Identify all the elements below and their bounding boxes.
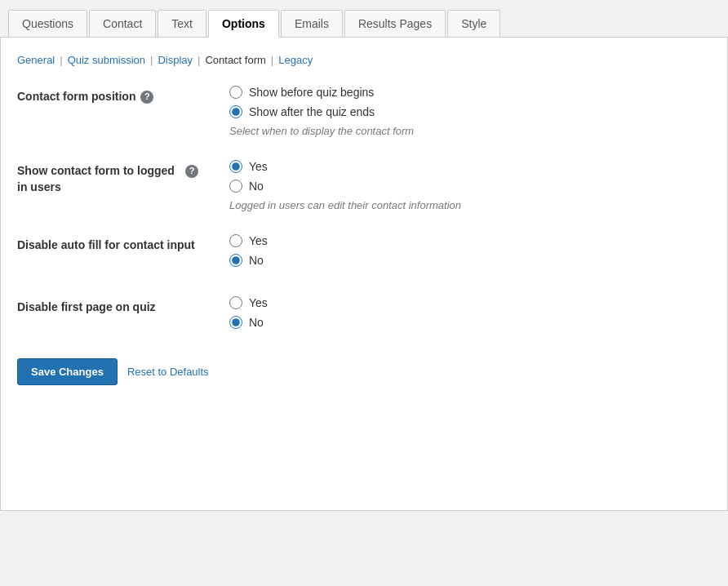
radio-autofill-yes-label: Yes [249,234,268,247]
tab-results-pages[interactable]: Results Pages [344,10,446,37]
button-row: Save Changes Reset to Defaults [17,358,711,385]
radio-show-after-label: Show after the quiz ends [249,105,375,118]
subnav-sep-2: | [150,54,153,66]
tabs-bar: Questions Contact Text Options Emails Re… [0,0,728,38]
radio-show-before-input[interactable] [229,86,242,99]
radio-logged-yes-input[interactable] [229,160,242,173]
radio-show-before-label: Show before quiz begins [249,86,374,99]
radio-firstpage-yes[interactable]: Yes [229,296,711,309]
controls-disable-auto-fill: Yes No [229,234,711,273]
subnav-sep-3: | [198,54,200,66]
radio-show-before[interactable]: Show before quiz begins [229,86,711,99]
content-area: General | Quiz submission | Display | Co… [0,38,728,511]
tab-emails[interactable]: Emails [281,10,343,37]
label-disable-auto-fill: Disable auto fill for contact input [17,234,229,254]
subnav-sep-4: | [271,54,273,66]
hint-logged-in: Logged in users can edit their contact i… [229,199,711,211]
radio-autofill-no-input[interactable] [229,254,242,267]
subnav-legacy[interactable]: Legacy [278,54,313,66]
radio-autofill-yes[interactable]: Yes [229,234,711,247]
radio-logged-yes[interactable]: Yes [229,160,711,173]
radio-logged-no-input[interactable] [229,180,242,193]
radio-firstpage-no-label: No [249,316,264,329]
subnav-quiz-submission[interactable]: Quiz submission [68,54,145,66]
subnav-general[interactable]: General [17,54,55,66]
radio-firstpage-no-input[interactable] [229,316,242,329]
subnav-sep-1: | [60,54,62,66]
label-contact-form-position: Contact form position ? [17,86,229,105]
radio-autofill-yes-input[interactable] [229,234,242,247]
controls-show-contact-logged-in: Yes No Logged in users can edit their co… [229,160,711,211]
radio-show-after[interactable]: Show after the quiz ends [229,105,711,118]
tab-text[interactable]: Text [158,10,206,37]
tab-questions[interactable]: Questions [8,10,87,37]
subnav-contact-form[interactable]: Contact form [205,54,265,66]
reset-button[interactable]: Reset to Defaults [127,366,209,378]
label-show-contact-logged-in: Show contact form to logged in users ? [17,160,229,195]
radio-logged-no[interactable]: No [229,180,711,193]
tab-contact[interactable]: Contact [89,10,156,37]
radio-firstpage-yes-label: Yes [249,296,268,309]
tab-style[interactable]: Style [447,10,500,37]
controls-disable-first-page: Yes No [229,296,711,335]
section-contact-form-position: Contact form position ? Show before quiz… [17,86,711,137]
radio-autofill-no-label: No [249,254,264,267]
help-icon-contact-form-position[interactable]: ? [140,91,153,104]
sub-nav: General | Quiz submission | Display | Co… [17,54,711,66]
label-disable-first-page: Disable first page on quiz [17,296,229,316]
help-icon-logged-in[interactable]: ? [185,165,198,178]
section-disable-auto-fill: Disable auto fill for contact input Yes … [17,234,711,273]
hint-contact-form-position: Select when to display the contact form [229,125,711,137]
tab-options[interactable]: Options [208,10,279,38]
section-show-contact-logged-in: Show contact form to logged in users ? Y… [17,160,711,211]
radio-show-after-input[interactable] [229,105,242,118]
radio-autofill-no[interactable]: No [229,254,711,267]
radio-logged-yes-label: Yes [249,160,268,173]
save-button[interactable]: Save Changes [17,358,118,385]
controls-contact-form-position: Show before quiz begins Show after the q… [229,86,711,137]
radio-firstpage-no[interactable]: No [229,316,711,329]
radio-firstpage-yes-input[interactable] [229,296,242,309]
subnav-display[interactable]: Display [158,54,193,66]
section-disable-first-page: Disable first page on quiz Yes No [17,296,711,335]
radio-logged-no-label: No [249,180,264,193]
